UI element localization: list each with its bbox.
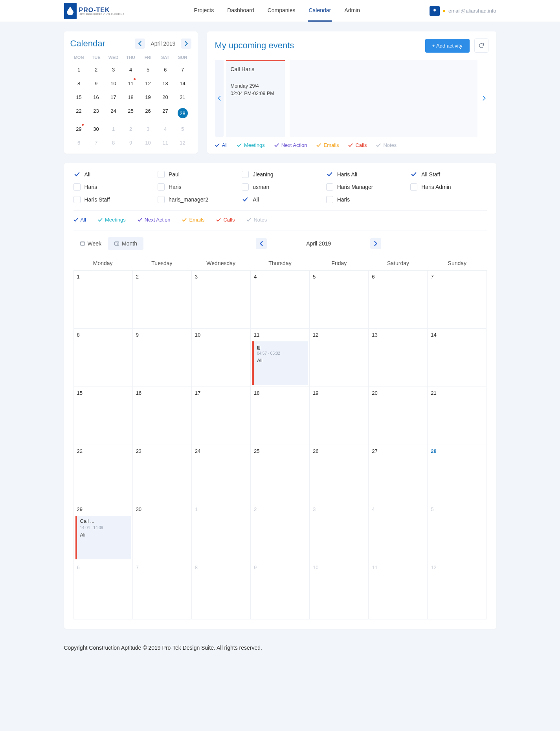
nav-item-projects[interactable]: Projects — [193, 0, 215, 22]
mini-day[interactable]: 13 — [157, 77, 174, 90]
calendar-cell[interactable]: 4 — [251, 271, 310, 329]
calendar-cell[interactable]: 8 — [192, 561, 251, 619]
mini-day[interactable]: 11 — [122, 77, 140, 90]
calendar-cell[interactable]: 6 — [369, 271, 428, 329]
events-filter-all[interactable]: All — [215, 142, 228, 148]
mini-day[interactable]: 19 — [140, 90, 157, 104]
calendar-cell[interactable]: 30 — [133, 503, 192, 561]
nav-item-companies[interactable]: Companies — [267, 0, 296, 22]
mini-day[interactable]: 16 — [88, 90, 105, 104]
type-filter-all[interactable]: All — [73, 217, 86, 223]
mini-day[interactable]: 3 — [105, 63, 122, 77]
calendar-cell[interactable]: 11 — [369, 561, 428, 619]
calendar-cell[interactable]: 27 — [369, 445, 428, 503]
calendar-cell[interactable]: 24 — [192, 445, 251, 503]
events-filter-notes[interactable]: Notes — [376, 142, 397, 148]
mini-day[interactable]: 11 — [157, 136, 174, 150]
mini-day[interactable]: 9 — [88, 77, 105, 90]
mini-day[interactable]: 28 — [174, 104, 191, 122]
calendar-cell[interactable]: 7 — [428, 271, 487, 329]
nav-item-calendar[interactable]: Calendar — [308, 0, 332, 22]
calendar-cell[interactable]: 12 — [310, 329, 369, 387]
events-filter-emails[interactable]: Emails — [316, 142, 339, 148]
event-card[interactable]: Call Haris Monday 29/4 02:04 PM-02:09 PM — [226, 60, 285, 137]
view-month-button[interactable]: Month — [108, 237, 143, 250]
mini-day[interactable]: 20 — [157, 90, 174, 104]
calendar-cell[interactable]: 5 — [428, 503, 487, 561]
calendar-cell[interactable]: 18 — [251, 387, 310, 445]
events-filter-calls[interactable]: Calls — [348, 142, 367, 148]
calendar-cell[interactable]: 28 — [428, 445, 487, 503]
person-filter[interactable]: Haris Ali — [326, 171, 402, 178]
calendar-cell[interactable]: 12 — [428, 561, 487, 619]
mini-day[interactable]: 14 — [174, 77, 191, 90]
mini-day[interactable]: 8 — [70, 77, 88, 90]
mini-prev-button[interactable] — [135, 38, 145, 49]
add-activity-button[interactable]: + Add activity — [425, 39, 470, 53]
mini-day[interactable]: 2 — [122, 122, 140, 136]
calendar-event[interactable]: Call ...14:04 - 14:09Ali — [75, 516, 131, 559]
mini-day[interactable]: 12 — [174, 136, 191, 150]
month-next-button[interactable] — [370, 238, 381, 249]
events-filter-meetings[interactable]: Meetings — [237, 142, 265, 148]
calendar-cell[interactable]: 5 — [310, 271, 369, 329]
person-filter[interactable]: Haris — [326, 196, 402, 203]
person-filter[interactable]: Haris Admin — [410, 183, 487, 191]
calendar-cell[interactable]: 1 — [74, 271, 133, 329]
mini-day[interactable]: 8 — [105, 136, 122, 150]
calendar-cell[interactable]: 4 — [369, 503, 428, 561]
calendar-cell[interactable]: 14 — [428, 329, 487, 387]
calendar-cell[interactable]: 25 — [251, 445, 310, 503]
mini-day[interactable]: 6 — [70, 136, 88, 150]
calendar-cell[interactable]: 17 — [192, 387, 251, 445]
calendar-cell[interactable]: 1 — [192, 503, 251, 561]
events-scrollbar[interactable] — [290, 60, 477, 137]
person-filter[interactable]: Ali — [73, 171, 150, 178]
mini-day[interactable]: 10 — [140, 136, 157, 150]
events-scroll-right[interactable] — [480, 60, 488, 137]
person-filter[interactable]: usman — [242, 183, 318, 191]
type-filter-meetings[interactable]: Meetings — [98, 217, 126, 223]
mini-day[interactable]: 1 — [70, 63, 88, 77]
mini-day[interactable]: 3 — [140, 122, 157, 136]
refresh-button[interactable] — [474, 38, 488, 53]
mini-day[interactable]: 27 — [157, 104, 174, 122]
mini-day[interactable]: 6 — [157, 63, 174, 77]
mini-day[interactable]: 18 — [122, 90, 140, 104]
calendar-cell[interactable]: 16 — [133, 387, 192, 445]
mini-day[interactable]: 25 — [122, 104, 140, 122]
user-menu[interactable]: email@aliarshad.info — [430, 6, 496, 16]
calendar-cell[interactable]: 6 — [74, 561, 133, 619]
calendar-cell[interactable]: 2 — [133, 271, 192, 329]
mini-day[interactable]: 7 — [88, 136, 105, 150]
nav-item-dashboard[interactable]: Dashboard — [226, 0, 255, 22]
person-filter[interactable]: Ali — [242, 196, 318, 203]
events-filter-next-action[interactable]: Next Action — [274, 142, 307, 148]
mini-day[interactable]: 22 — [70, 104, 88, 122]
person-filter[interactable]: Paul — [158, 171, 234, 178]
month-prev-button[interactable] — [256, 238, 267, 249]
calendar-cell[interactable]: 26 — [310, 445, 369, 503]
calendar-cell[interactable]: 22 — [74, 445, 133, 503]
calendar-cell[interactable]: 11jjj04:57 - 05:02Ali — [251, 329, 310, 387]
mini-day[interactable]: 30 — [88, 122, 105, 136]
logo[interactable]: PRO-TEK ISPC ENGINEERED VINYL FLOORING — [64, 3, 125, 19]
mini-day[interactable]: 12 — [140, 77, 157, 90]
calendar-cell[interactable]: 20 — [369, 387, 428, 445]
type-filter-calls[interactable]: Calls — [216, 217, 235, 223]
calendar-cell[interactable]: 13 — [369, 329, 428, 387]
person-filter[interactable]: Haris Staff — [73, 196, 150, 203]
calendar-cell[interactable]: 10 — [310, 561, 369, 619]
mini-day[interactable]: 9 — [122, 136, 140, 150]
calendar-cell[interactable]: 9 — [251, 561, 310, 619]
mini-day[interactable]: 15 — [70, 90, 88, 104]
calendar-cell[interactable]: 29Call ...14:04 - 14:09Ali — [74, 503, 133, 561]
mini-day[interactable]: 5 — [140, 63, 157, 77]
type-filter-next-action[interactable]: Next Action — [138, 217, 171, 223]
calendar-cell[interactable]: 19 — [310, 387, 369, 445]
mini-day[interactable]: 5 — [174, 122, 191, 136]
mini-day[interactable]: 29 — [70, 122, 88, 136]
events-scroll-left[interactable] — [215, 60, 224, 137]
person-filter[interactable]: Haris — [158, 183, 234, 191]
calendar-cell[interactable]: 21 — [428, 387, 487, 445]
